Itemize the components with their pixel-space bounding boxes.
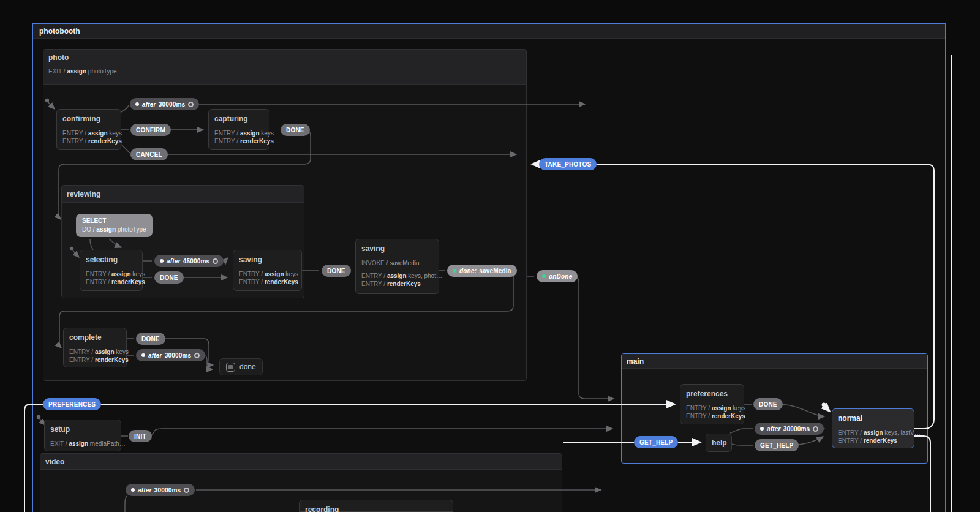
group-reviewing-header[interactable]: reviewing: [62, 186, 304, 203]
transition-done-selecting[interactable]: DONE: [154, 271, 184, 284]
state-machine-canvas[interactable]: photobooth photo EXIT / assign photoType…: [0, 0, 980, 512]
entry-action: ENTRY / renderKeys: [86, 278, 137, 286]
transition-init[interactable]: INIT: [129, 430, 152, 442]
transition-select[interactable]: SELECT DO / assign photoType: [76, 214, 153, 237]
delay-dot-icon: [141, 353, 145, 357]
group-main-header[interactable]: main: [622, 354, 927, 369]
transition-after-30000-complete[interactable]: after 30000ms: [136, 349, 205, 361]
delay-dot-icon: [131, 488, 135, 492]
entry-action: ENTRY / assign keys: [62, 129, 115, 137]
entry-action: ENTRY / renderKeys: [62, 137, 115, 145]
state-help-title: help: [712, 439, 726, 447]
entry-action: ENTRY / assign keys, lastV…: [838, 429, 908, 437]
exit-action: EXIT / assign mediaPath…: [50, 440, 115, 448]
entry-action: ENTRY / assign keys: [686, 404, 738, 412]
state-saving-title: saving: [361, 244, 433, 253]
state-normal-title: normal: [838, 414, 908, 423]
state-selecting-title: selecting: [86, 255, 137, 264]
transition-after-30000-video[interactable]: after 30000ms: [126, 484, 195, 496]
state-capturing-title: capturing: [214, 115, 263, 123]
group-photo-header[interactable]: photo EXIT / assign photoType: [43, 50, 526, 85]
entry-action: ENTRY / assign keys: [214, 129, 263, 137]
transition-after-30000-confirming[interactable]: after 30000ms: [130, 98, 199, 110]
group-reviewing-title: reviewing: [67, 190, 304, 198]
group-main-title: main: [627, 357, 927, 366]
timer-icon: [188, 102, 194, 107]
entry-action: ENTRY / assign keys: [239, 270, 296, 278]
transition-ondone[interactable]: onDone: [537, 270, 578, 282]
transition-done-saving[interactable]: DONE: [322, 265, 351, 277]
entry-action: ENTRY / renderKeys: [361, 280, 433, 288]
machine-title: photobooth: [39, 27, 80, 36]
transition-done-preferences[interactable]: DONE: [753, 398, 783, 410]
invoke-done-dot-icon: [542, 274, 546, 278]
state-normal[interactable]: normal ENTRY / assign keys, lastV… ENTRY…: [832, 408, 914, 448]
state-confirming[interactable]: confirming ENTRY / assign keys ENTRY / r…: [56, 109, 121, 150]
state-setup[interactable]: setup EXIT / assign mediaPath…: [44, 420, 121, 451]
group-video-header[interactable]: video: [40, 454, 562, 470]
entry-action: ENTRY / renderKeys: [686, 412, 738, 420]
state-saving-photo[interactable]: saving INVOKE / saveMedia ENTRY / assign…: [355, 239, 439, 294]
state-setup-title: setup: [50, 425, 115, 434]
state-saving-reviewing[interactable]: saving ENTRY / assign keys ENTRY / rende…: [233, 250, 302, 291]
state-confirming-title: confirming: [62, 115, 115, 123]
transition-get-help[interactable]: GET_HELP: [634, 436, 678, 448]
state-preferences-title: preferences: [686, 390, 738, 398]
state-complete-title: complete: [69, 333, 121, 342]
transition-done-capturing[interactable]: DONE: [281, 124, 310, 136]
state-preferences[interactable]: preferences ENTRY / assign keys ENTRY / …: [680, 384, 744, 424]
timer-icon: [213, 258, 218, 264]
state-done-final[interactable]: done: [219, 358, 263, 375]
entry-action: ENTRY / assign keys: [86, 270, 137, 278]
state-recording[interactable]: recording: [299, 500, 453, 512]
entry-action: ENTRY / renderKeys: [838, 437, 908, 445]
timer-icon: [184, 488, 189, 493]
invoke-action: INVOKE / saveMedia: [361, 259, 433, 267]
timer-icon: [194, 353, 200, 358]
machine-photobooth-header[interactable]: photobooth: [33, 24, 945, 39]
timer-icon: [813, 426, 818, 432]
group-video-title: video: [45, 457, 562, 466]
transition-after-30000-help[interactable]: after 30000ms: [755, 423, 824, 435]
transition-take-photos[interactable]: TAKE_PHOTOS: [539, 158, 597, 170]
entry-action: ENTRY / assign keys, phot…: [361, 272, 433, 280]
transition-preferences[interactable]: PREFERENCES: [43, 398, 101, 410]
entry-action: ENTRY / renderKeys: [69, 356, 121, 364]
delay-dot-icon: [760, 427, 764, 431]
state-saving-title: saving: [239, 255, 296, 264]
entry-action: ENTRY / assign keys: [69, 348, 121, 356]
state-selecting[interactable]: selecting ENTRY / assign keys ENTRY / re…: [80, 250, 143, 291]
photo-exit-action: EXIT / assign photoType: [48, 67, 526, 75]
state-capturing[interactable]: capturing ENTRY / assign keys ENTRY / re…: [208, 109, 270, 150]
transition-done-complete[interactable]: DONE: [136, 333, 165, 345]
group-photo-title: photo: [48, 53, 526, 62]
invoke-done-dot-icon: [453, 269, 456, 273]
transition-done-savemedia[interactable]: done: saveMedia: [447, 265, 517, 277]
state-done-title: done: [239, 363, 256, 371]
delay-dot-icon: [135, 102, 139, 106]
transition-after-45000-selecting[interactable]: after 45000ms: [154, 255, 224, 267]
state-recording-title: recording: [305, 505, 447, 512]
delay-dot-icon: [160, 259, 164, 263]
state-help[interactable]: help: [706, 434, 732, 452]
entry-action: ENTRY / renderKeys: [214, 137, 263, 145]
entry-action: ENTRY / renderKeys: [239, 278, 296, 286]
transition-get-help-normal[interactable]: GET_HELP: [755, 439, 799, 451]
state-complete[interactable]: complete ENTRY / assign keys ENTRY / ren…: [63, 328, 127, 367]
transition-cancel[interactable]: CANCEL: [130, 148, 168, 160]
final-state-icon: [226, 363, 235, 372]
transition-confirm[interactable]: CONFIRM: [130, 124, 171, 136]
